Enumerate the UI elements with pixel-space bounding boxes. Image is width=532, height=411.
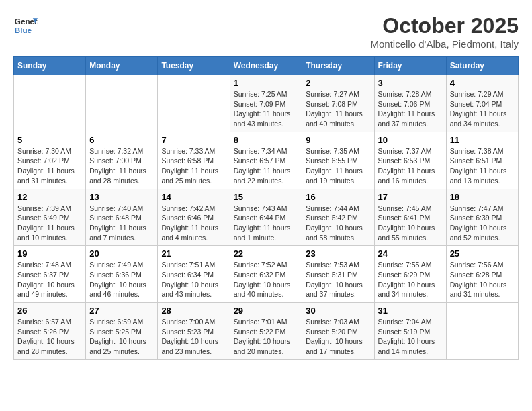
week-row-1: 1Sunrise: 7:25 AM Sunset: 7:09 PM Daylig… bbox=[14, 75, 519, 132]
week-row-2: 5Sunrise: 7:30 AM Sunset: 7:02 PM Daylig… bbox=[14, 132, 519, 189]
calendar-cell: 9Sunrise: 7:35 AM Sunset: 6:55 PM Daylig… bbox=[302, 132, 374, 189]
day-info: Sunrise: 7:55 AM Sunset: 6:29 PM Dayligh… bbox=[378, 260, 443, 300]
day-number: 5 bbox=[17, 135, 82, 145]
week-row-4: 19Sunrise: 7:48 AM Sunset: 6:37 PM Dayli… bbox=[14, 246, 519, 303]
day-info: Sunrise: 6:59 AM Sunset: 5:25 PM Dayligh… bbox=[89, 317, 154, 357]
svg-text:Blue: Blue bbox=[15, 26, 32, 34]
day-header-monday: Monday bbox=[86, 57, 158, 75]
day-info: Sunrise: 7:30 AM Sunset: 7:02 PM Dayligh… bbox=[17, 146, 82, 186]
day-info: Sunrise: 7:27 AM Sunset: 7:08 PM Dayligh… bbox=[306, 89, 370, 129]
day-info: Sunrise: 7:38 AM Sunset: 6:51 PM Dayligh… bbox=[450, 146, 515, 186]
day-number: 19 bbox=[17, 248, 82, 259]
calendar-cell: 1Sunrise: 7:25 AM Sunset: 7:09 PM Daylig… bbox=[230, 75, 302, 132]
calendar-cell bbox=[14, 75, 86, 132]
calendar-table: SundayMondayTuesdayWednesdayThursdayFrid… bbox=[13, 56, 519, 360]
calendar-cell: 13Sunrise: 7:40 AM Sunset: 6:48 PM Dayli… bbox=[86, 189, 158, 246]
calendar-cell bbox=[158, 75, 230, 132]
calendar-cell: 11Sunrise: 7:38 AM Sunset: 6:51 PM Dayli… bbox=[446, 132, 518, 189]
day-number: 25 bbox=[450, 248, 515, 259]
week-row-3: 12Sunrise: 7:39 AM Sunset: 6:49 PM Dayli… bbox=[14, 189, 519, 246]
day-number: 24 bbox=[378, 248, 443, 259]
day-header-friday: Friday bbox=[374, 57, 446, 75]
day-number: 27 bbox=[89, 306, 154, 316]
day-info: Sunrise: 7:49 AM Sunset: 6:36 PM Dayligh… bbox=[89, 260, 154, 300]
calendar-cell: 12Sunrise: 7:39 AM Sunset: 6:49 PM Dayli… bbox=[14, 189, 86, 246]
day-info: Sunrise: 7:51 AM Sunset: 6:34 PM Dayligh… bbox=[161, 260, 226, 300]
day-info: Sunrise: 7:01 AM Sunset: 5:22 PM Dayligh… bbox=[234, 317, 299, 357]
page-header: General Blue October 2025 Monticello d'A… bbox=[13, 13, 519, 50]
calendar-cell: 5Sunrise: 7:30 AM Sunset: 7:02 PM Daylig… bbox=[14, 132, 86, 189]
day-info: Sunrise: 7:25 AM Sunset: 7:09 PM Dayligh… bbox=[234, 89, 299, 129]
calendar-cell: 19Sunrise: 7:48 AM Sunset: 6:37 PM Dayli… bbox=[14, 246, 86, 303]
calendar-cell: 29Sunrise: 7:01 AM Sunset: 5:22 PM Dayli… bbox=[230, 303, 302, 360]
day-info: Sunrise: 6:57 AM Sunset: 5:26 PM Dayligh… bbox=[17, 317, 82, 357]
day-number: 26 bbox=[17, 306, 82, 316]
calendar-cell: 25Sunrise: 7:56 AM Sunset: 6:28 PM Dayli… bbox=[446, 246, 518, 303]
day-number: 14 bbox=[161, 192, 226, 202]
day-info: Sunrise: 7:40 AM Sunset: 6:48 PM Dayligh… bbox=[89, 203, 154, 243]
title-block: October 2025 Monticello d'Alba, Piedmont… bbox=[371, 13, 519, 50]
day-header-wednesday: Wednesday bbox=[230, 57, 302, 75]
day-number: 8 bbox=[234, 135, 299, 145]
week-row-5: 26Sunrise: 6:57 AM Sunset: 5:26 PM Dayli… bbox=[14, 303, 519, 360]
day-header-sunday: Sunday bbox=[14, 57, 86, 75]
month-title: October 2025 bbox=[371, 13, 519, 38]
calendar-cell: 30Sunrise: 7:03 AM Sunset: 5:20 PM Dayli… bbox=[302, 303, 374, 360]
day-number: 11 bbox=[450, 135, 515, 145]
day-info: Sunrise: 7:42 AM Sunset: 6:46 PM Dayligh… bbox=[161, 203, 226, 243]
calendar-cell: 20Sunrise: 7:49 AM Sunset: 6:36 PM Dayli… bbox=[86, 246, 158, 303]
calendar-cell bbox=[446, 303, 518, 360]
day-info: Sunrise: 7:53 AM Sunset: 6:31 PM Dayligh… bbox=[306, 260, 370, 300]
day-info: Sunrise: 7:56 AM Sunset: 6:28 PM Dayligh… bbox=[450, 260, 515, 300]
day-number: 7 bbox=[161, 135, 226, 145]
day-number: 6 bbox=[89, 135, 154, 145]
day-number: 1 bbox=[234, 78, 299, 88]
calendar-cell: 2Sunrise: 7:27 AM Sunset: 7:08 PM Daylig… bbox=[302, 75, 374, 132]
day-number: 2 bbox=[306, 78, 370, 88]
calendar-cell: 8Sunrise: 7:34 AM Sunset: 6:57 PM Daylig… bbox=[230, 132, 302, 189]
header-row: SundayMondayTuesdayWednesdayThursdayFrid… bbox=[14, 57, 519, 75]
day-number: 12 bbox=[17, 192, 82, 202]
day-info: Sunrise: 7:52 AM Sunset: 6:32 PM Dayligh… bbox=[234, 260, 299, 300]
day-info: Sunrise: 7:43 AM Sunset: 6:44 PM Dayligh… bbox=[234, 203, 299, 243]
day-number: 29 bbox=[234, 306, 299, 316]
day-info: Sunrise: 7:39 AM Sunset: 6:49 PM Dayligh… bbox=[17, 203, 82, 243]
day-info: Sunrise: 7:48 AM Sunset: 6:37 PM Dayligh… bbox=[17, 260, 82, 300]
day-header-tuesday: Tuesday bbox=[158, 57, 230, 75]
location: Monticello d'Alba, Piedmont, Italy bbox=[371, 38, 519, 50]
calendar-cell: 16Sunrise: 7:44 AM Sunset: 6:42 PM Dayli… bbox=[302, 189, 374, 246]
day-number: 9 bbox=[306, 135, 370, 145]
day-number: 22 bbox=[234, 248, 299, 259]
calendar-cell: 14Sunrise: 7:42 AM Sunset: 6:46 PM Dayli… bbox=[158, 189, 230, 246]
calendar-cell: 6Sunrise: 7:32 AM Sunset: 7:00 PM Daylig… bbox=[86, 132, 158, 189]
day-number: 31 bbox=[378, 306, 443, 316]
calendar-cell: 4Sunrise: 7:29 AM Sunset: 7:04 PM Daylig… bbox=[446, 75, 518, 132]
day-number: 4 bbox=[450, 78, 515, 88]
day-number: 30 bbox=[306, 306, 370, 316]
day-info: Sunrise: 7:28 AM Sunset: 7:06 PM Dayligh… bbox=[378, 89, 443, 129]
day-number: 18 bbox=[450, 192, 515, 202]
day-number: 23 bbox=[306, 248, 370, 259]
day-number: 15 bbox=[234, 192, 299, 202]
calendar-cell: 31Sunrise: 7:04 AM Sunset: 5:19 PM Dayli… bbox=[374, 303, 446, 360]
calendar-cell: 17Sunrise: 7:45 AM Sunset: 6:41 PM Dayli… bbox=[374, 189, 446, 246]
calendar-cell: 15Sunrise: 7:43 AM Sunset: 6:44 PM Dayli… bbox=[230, 189, 302, 246]
day-info: Sunrise: 7:03 AM Sunset: 5:20 PM Dayligh… bbox=[306, 317, 370, 357]
calendar-cell: 26Sunrise: 6:57 AM Sunset: 5:26 PM Dayli… bbox=[14, 303, 86, 360]
day-number: 16 bbox=[306, 192, 370, 202]
logo-icon: General Blue bbox=[13, 13, 38, 38]
calendar-cell: 18Sunrise: 7:47 AM Sunset: 6:39 PM Dayli… bbox=[446, 189, 518, 246]
day-number: 3 bbox=[378, 78, 443, 88]
day-header-thursday: Thursday bbox=[302, 57, 374, 75]
svg-text:General: General bbox=[15, 17, 38, 26]
day-info: Sunrise: 7:34 AM Sunset: 6:57 PM Dayligh… bbox=[234, 146, 299, 186]
day-info: Sunrise: 7:44 AM Sunset: 6:42 PM Dayligh… bbox=[306, 203, 370, 243]
day-info: Sunrise: 7:45 AM Sunset: 6:41 PM Dayligh… bbox=[378, 203, 443, 243]
calendar-cell: 23Sunrise: 7:53 AM Sunset: 6:31 PM Dayli… bbox=[302, 246, 374, 303]
day-info: Sunrise: 7:29 AM Sunset: 7:04 PM Dayligh… bbox=[450, 89, 515, 129]
calendar-cell: 10Sunrise: 7:37 AM Sunset: 6:53 PM Dayli… bbox=[374, 132, 446, 189]
day-info: Sunrise: 7:35 AM Sunset: 6:55 PM Dayligh… bbox=[306, 146, 370, 186]
day-number: 10 bbox=[378, 135, 443, 145]
day-info: Sunrise: 7:47 AM Sunset: 6:39 PM Dayligh… bbox=[450, 203, 515, 243]
calendar-cell bbox=[86, 75, 158, 132]
